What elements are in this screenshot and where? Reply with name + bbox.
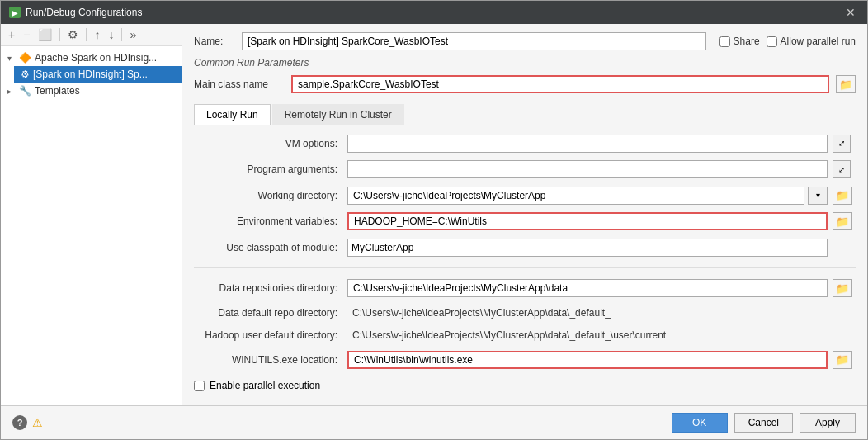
vm-options-input[interactable] xyxy=(347,135,828,153)
tab-bar: Locally Run Remotely Run in Cluster xyxy=(194,103,856,125)
enable-parallel-row: Enable parallel execution xyxy=(194,376,856,395)
copy-config-button[interactable]: ⬜ xyxy=(35,27,54,42)
right-panel: Name: Share Allow parallel run Common Ru… xyxy=(182,24,867,405)
vm-options-expand-button[interactable]: ⤢ xyxy=(833,135,851,153)
warning-icon: ⚠ xyxy=(32,416,43,429)
bottom-bar: ? ⚠ OK Cancel Apply xyxy=(1,405,867,439)
cancel-button[interactable]: Cancel xyxy=(734,413,793,433)
ok-button[interactable]: OK xyxy=(672,413,728,433)
data-default-value: C:\Users\v-jiche\IdeaProjects\MyClusterA… xyxy=(347,305,828,320)
use-classpath-label: Use classpath of module: xyxy=(194,242,342,253)
settings-button[interactable]: ⚙ xyxy=(65,27,81,42)
close-button[interactable]: ✕ xyxy=(842,6,859,19)
enable-parallel-checkbox[interactable] xyxy=(194,381,205,391)
templates-icon: 🔧 xyxy=(19,85,31,97)
name-field-label: Name: xyxy=(194,35,235,47)
main-class-input[interactable] xyxy=(291,75,829,93)
bottom-right: OK Cancel Apply xyxy=(672,413,856,433)
working-dir-row: ▾ xyxy=(347,187,828,205)
toolbar-separator2 xyxy=(86,28,87,41)
left-panel: + − ⬜ ⚙ ↑ ↓ » ▾ 🔶 Apache Spark on HDInsi… xyxy=(1,24,182,405)
program-args-input[interactable] xyxy=(347,160,828,178)
working-dir-dropdown-button[interactable]: ▾ xyxy=(808,187,828,205)
locally-run-form: VM options: ⤢ Program arguments: ⤢ Worki… xyxy=(194,132,856,397)
allow-parallel-checkbox[interactable] xyxy=(767,36,777,47)
apply-button[interactable]: Apply xyxy=(800,413,856,433)
share-checkbox-label[interactable]: Share xyxy=(719,35,760,47)
bottom-left: ? ⚠ xyxy=(12,415,43,430)
data-repo-input[interactable] xyxy=(347,279,828,297)
more-button[interactable]: » xyxy=(127,27,139,42)
expand-arrow-apache-spark: ▾ xyxy=(7,54,16,63)
tree-item-apache-spark[interactable]: ▾ 🔶 Apache Spark on HDInsig... xyxy=(1,50,182,66)
help-button[interactable]: ? xyxy=(12,415,27,430)
tree-label-spark-hdinsight: [Spark on HDInsight] Sp... xyxy=(33,69,148,80)
spark-hdinsight-icon: ⚙ xyxy=(21,69,30,80)
program-args-expand-button[interactable]: ⤢ xyxy=(833,160,851,178)
winutils-input[interactable] xyxy=(347,351,828,369)
add-config-button[interactable]: + xyxy=(6,27,17,42)
run-debug-icon: ▶ xyxy=(9,7,21,18)
data-repo-folder-button[interactable]: 📁 xyxy=(833,279,852,297)
dialog-title: Run/Debug Configurations xyxy=(26,7,142,18)
program-args-label: Program arguments: xyxy=(194,163,342,175)
form-divider xyxy=(194,267,856,268)
tree-label-templates: Templates xyxy=(35,85,80,97)
tree-item-spark-hdinsight[interactable]: ⚙ [Spark on HDInsight] Sp... xyxy=(14,66,182,83)
title-bar: ▶ Run/Debug Configurations ✕ xyxy=(1,1,867,24)
title-bar-left: ▶ Run/Debug Configurations xyxy=(9,7,142,18)
move-up-button[interactable]: ↑ xyxy=(92,27,102,42)
hadoop-user-label: Hadoop user default directory: xyxy=(194,329,342,341)
tab-remotely-run[interactable]: Remotely Run in Cluster xyxy=(272,104,404,125)
main-class-folder-button[interactable]: 📁 xyxy=(836,75,856,93)
env-vars-label: Environment variables: xyxy=(194,215,342,227)
enable-parallel-label[interactable]: Enable parallel execution xyxy=(210,380,320,391)
section-title: Common Run Parameters xyxy=(194,57,856,69)
main-class-label: Main class name xyxy=(194,78,285,90)
env-vars-input[interactable] xyxy=(347,212,828,230)
remove-config-button[interactable]: − xyxy=(21,27,32,42)
expand-arrow-templates: ▸ xyxy=(7,87,16,96)
tree-item-templates[interactable]: ▸ 🔧 Templates xyxy=(1,83,182,99)
data-default-label: Data default repo directory: xyxy=(194,307,342,319)
move-down-button[interactable]: ↓ xyxy=(106,27,116,42)
data-repo-label: Data repositories directory: xyxy=(194,282,342,294)
tab-locally-run[interactable]: Locally Run xyxy=(194,104,271,125)
hadoop-user-value: C:\Users\v-jiche\IdeaProjects\MyClusterA… xyxy=(347,328,828,343)
vm-options-label: VM options: xyxy=(194,138,342,149)
run-debug-dialog: ▶ Run/Debug Configurations ✕ + − ⬜ ⚙ ↑ ↓… xyxy=(0,0,868,440)
working-dir-folder-button[interactable]: 📁 xyxy=(833,187,852,205)
main-content: + − ⬜ ⚙ ↑ ↓ » ▾ 🔶 Apache Spark on HDInsi… xyxy=(1,24,867,405)
name-input[interactable] xyxy=(242,32,706,50)
config-tree: ▾ 🔶 Apache Spark on HDInsig... ⚙ [Spark … xyxy=(1,46,182,405)
config-toolbar: + − ⬜ ⚙ ↑ ↓ » xyxy=(1,24,182,46)
share-row: Share Allow parallel run xyxy=(719,35,856,47)
apache-spark-icon: 🔶 xyxy=(19,52,31,64)
share-checkbox[interactable] xyxy=(719,36,730,47)
name-row: Name: Share Allow parallel run xyxy=(194,32,856,50)
working-dir-label: Working directory: xyxy=(194,190,342,201)
main-class-row: Main class name 📁 xyxy=(194,75,856,93)
winutils-folder-button[interactable]: 📁 xyxy=(833,351,852,369)
env-vars-folder-button[interactable]: 📁 xyxy=(833,212,852,230)
toolbar-separator xyxy=(59,28,60,41)
share-label: Share xyxy=(734,35,760,47)
allow-parallel-checkbox-label[interactable]: Allow parallel run xyxy=(767,35,856,47)
tree-label-apache-spark: Apache Spark on HDInsig... xyxy=(35,52,157,64)
classpath-select-wrapper: MyClusterApp xyxy=(347,239,828,257)
toolbar-separator3 xyxy=(121,28,122,41)
working-dir-input[interactable] xyxy=(347,187,804,205)
allow-parallel-label: Allow parallel run xyxy=(781,35,856,47)
winutils-label: WINUTILS.exe location: xyxy=(194,354,342,366)
classpath-select[interactable]: MyClusterApp xyxy=(347,239,828,257)
